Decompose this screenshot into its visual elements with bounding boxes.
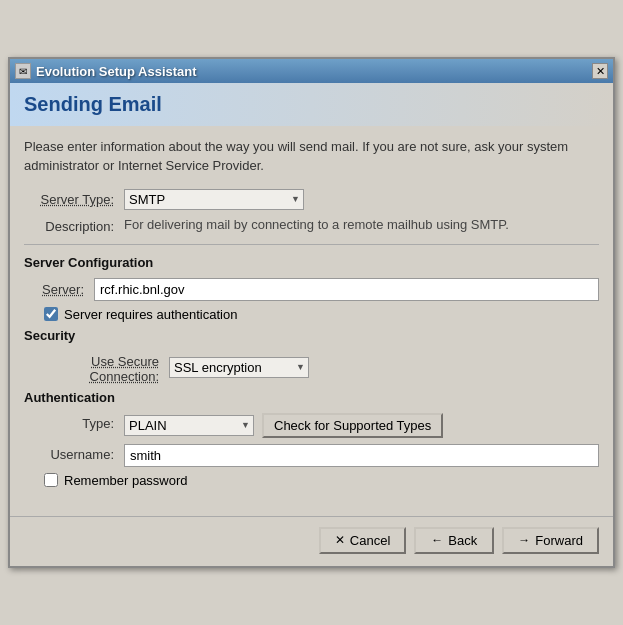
server-config-section: Server Configuration Server: Server requ… bbox=[24, 255, 599, 322]
authentication-title: Authentication bbox=[24, 390, 599, 405]
server-label: Server: bbox=[24, 282, 94, 297]
forward-label: Forward bbox=[535, 533, 583, 548]
description-smtp-text: For delivering mail by connecting to a r… bbox=[124, 217, 509, 232]
auth-checkbox-label: Server requires authentication bbox=[64, 307, 237, 322]
content-area: Sending Email Please enter information a… bbox=[10, 83, 613, 505]
close-button[interactable]: ✕ bbox=[592, 63, 608, 79]
server-type-control: SMTP Sendmail IMAP bbox=[124, 189, 599, 210]
server-type-label: Server Type: bbox=[24, 189, 124, 207]
description-text: Please enter information about the way y… bbox=[24, 138, 599, 174]
username-control bbox=[124, 444, 599, 467]
button-bar: ✕ Cancel ← Back → Forward bbox=[10, 516, 613, 566]
server-type-select[interactable]: SMTP Sendmail IMAP bbox=[124, 189, 304, 210]
auth-checkbox-row: Server requires authentication bbox=[44, 307, 599, 322]
server-type-row: Server Type: SMTP Sendmail IMAP bbox=[24, 189, 599, 210]
use-secure-label: Use Secure Connection: bbox=[24, 351, 169, 384]
titlebar-left: ✉ Evolution Setup Assistant bbox=[15, 63, 197, 79]
security-section: Security Use Secure Connection: SSL encr… bbox=[24, 328, 599, 384]
titlebar: ✉ Evolution Setup Assistant ✕ bbox=[10, 59, 613, 83]
username-input[interactable] bbox=[124, 444, 599, 467]
cancel-label: Cancel bbox=[350, 533, 390, 548]
cancel-button[interactable]: ✕ Cancel bbox=[319, 527, 406, 554]
page-title: Sending Email bbox=[10, 83, 613, 126]
forward-icon: → bbox=[518, 533, 530, 547]
window-icon: ✉ bbox=[15, 63, 31, 79]
type-row: Type: PLAIN LOGIN DIGEST-MD5 CRAM-MD5 Ch… bbox=[24, 413, 599, 438]
forward-button[interactable]: → Forward bbox=[502, 527, 599, 554]
server-config-title: Server Configuration bbox=[24, 255, 599, 270]
remember-password-checkbox[interactable] bbox=[44, 473, 58, 487]
main-window: ✉ Evolution Setup Assistant ✕ Sending Em… bbox=[8, 57, 615, 567]
authentication-section: Authentication Type: PLAIN LOGIN DIGEST-… bbox=[24, 390, 599, 488]
window-title: Evolution Setup Assistant bbox=[36, 64, 197, 79]
back-icon: ← bbox=[431, 533, 443, 547]
security-title: Security bbox=[24, 328, 599, 343]
username-row: Username: bbox=[24, 444, 599, 467]
remember-checkbox-row: Remember password bbox=[44, 473, 599, 488]
back-label: Back bbox=[448, 533, 477, 548]
check-supported-types-button[interactable]: Check for Supported Types bbox=[262, 413, 443, 438]
description-row: Description: For delivering mail by conn… bbox=[24, 216, 599, 234]
auth-type-select-wrapper: PLAIN LOGIN DIGEST-MD5 CRAM-MD5 bbox=[124, 415, 254, 436]
auth-type-select[interactable]: PLAIN LOGIN DIGEST-MD5 CRAM-MD5 bbox=[124, 415, 254, 436]
description-value: For delivering mail by connecting to a r… bbox=[124, 216, 599, 234]
back-button[interactable]: ← Back bbox=[414, 527, 494, 554]
server-type-select-wrapper: SMTP Sendmail IMAP bbox=[124, 189, 304, 210]
description-label: Description: bbox=[24, 216, 124, 234]
divider-1 bbox=[24, 244, 599, 245]
ssl-select[interactable]: SSL encryption TLS encryption No encrypt… bbox=[169, 357, 309, 378]
server-input[interactable] bbox=[94, 278, 599, 301]
ssl-select-wrapper: SSL encryption TLS encryption No encrypt… bbox=[169, 357, 309, 378]
use-secure-row: Use Secure Connection: SSL encryption TL… bbox=[24, 351, 599, 384]
type-label: Type: bbox=[24, 413, 124, 431]
server-row: Server: bbox=[24, 278, 599, 301]
type-control: PLAIN LOGIN DIGEST-MD5 CRAM-MD5 Check fo… bbox=[124, 413, 599, 438]
remember-password-label: Remember password bbox=[64, 473, 188, 488]
auth-checkbox[interactable] bbox=[44, 307, 58, 321]
username-label: Username: bbox=[24, 444, 124, 462]
cancel-icon: ✕ bbox=[335, 533, 345, 547]
